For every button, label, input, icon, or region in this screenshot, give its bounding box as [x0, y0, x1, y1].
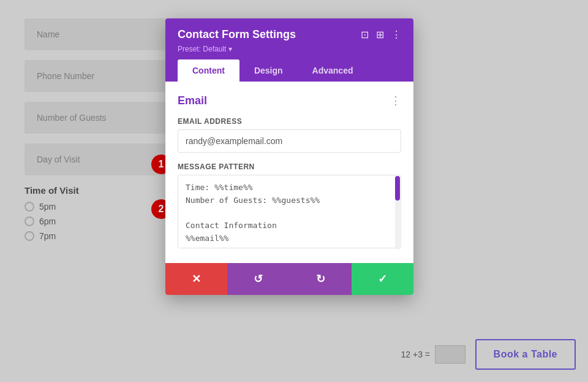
- cancel-button[interactable]: ✕: [165, 263, 227, 295]
- message-label: Message Pattern: [178, 162, 401, 171]
- expand-icon[interactable]: ⊡: [361, 29, 369, 40]
- redo-button[interactable]: ↻: [290, 263, 352, 295]
- redo-icon: ↻: [316, 272, 325, 286]
- contact-form-settings-modal: Contact Form Settings ⊡ ⊞ ⋮ Preset: Defa…: [165, 18, 413, 295]
- scrollbar-thumb[interactable]: [395, 176, 400, 201]
- save-icon: ✓: [378, 272, 387, 286]
- message-textarea[interactable]: Time: %%time%% Number of Guests: %%guest…: [178, 175, 401, 248]
- tab-content[interactable]: Content: [178, 59, 239, 82]
- modal-header-top: Contact Form Settings ⊡ ⊞ ⋮: [178, 28, 401, 41]
- modal-header: Contact Form Settings ⊡ ⊞ ⋮ Preset: Defa…: [165, 18, 413, 82]
- section-header: Email ⋮: [178, 94, 401, 107]
- scrollbar-track: [395, 176, 400, 250]
- email-label: Email Address: [178, 117, 401, 126]
- modal-header-icons: ⊡ ⊞ ⋮: [361, 29, 401, 40]
- undo-button[interactable]: ↺: [227, 263, 289, 295]
- modal-tabs: Content Design Advanced: [178, 59, 401, 82]
- modal-body: Email ⋮ Email Address Message Pattern Ti…: [165, 82, 413, 263]
- split-icon[interactable]: ⊞: [376, 29, 384, 40]
- save-button[interactable]: ✓: [352, 263, 413, 295]
- email-input[interactable]: [178, 129, 401, 153]
- tab-design[interactable]: Design: [239, 59, 298, 82]
- section-title: Email: [178, 94, 207, 107]
- section-menu-icon[interactable]: ⋮: [390, 94, 401, 107]
- undo-icon: ↺: [254, 272, 263, 286]
- modal-footer: ✕ ↺ ↻ ✓: [165, 263, 413, 295]
- textarea-wrapper: Time: %%time%% Number of Guests: %%guest…: [178, 175, 401, 251]
- modal-title: Contact Form Settings: [178, 28, 296, 41]
- cancel-icon: ✕: [192, 272, 201, 286]
- tab-advanced[interactable]: Advanced: [298, 59, 368, 82]
- modal-preset[interactable]: Preset: Default ▾: [178, 45, 401, 53]
- more-options-icon[interactable]: ⋮: [391, 29, 401, 40]
